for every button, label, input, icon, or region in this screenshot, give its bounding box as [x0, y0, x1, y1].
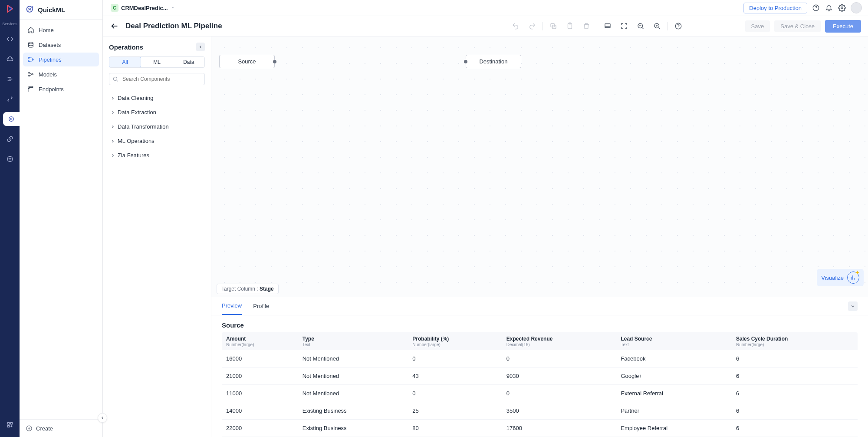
rail-item-chain[interactable]	[3, 132, 17, 146]
table-cell: 0	[502, 350, 617, 367]
visualize-icon: ✦	[847, 271, 859, 284]
svg-point-10	[28, 57, 30, 59]
column-header[interactable]: AmountNumber(large)	[222, 332, 298, 350]
target-column-pill: Target Column : Stage	[217, 284, 279, 294]
notification-icon[interactable]	[825, 3, 833, 12]
category-item[interactable]: Zia Features	[109, 149, 205, 161]
save-button[interactable]: Save	[745, 20, 770, 32]
table-cell: 16000	[222, 350, 298, 367]
filter-all[interactable]: All	[109, 56, 141, 68]
back-button[interactable]	[110, 21, 119, 31]
nav-models[interactable]: Models	[23, 67, 99, 81]
svg-point-13	[29, 72, 30, 73]
avatar[interactable]	[851, 2, 862, 13]
redo-button[interactable]	[526, 20, 538, 32]
brand-title: QuickML	[38, 6, 65, 13]
category-item[interactable]: Data Extraction	[109, 106, 205, 118]
zoom-out-button[interactable]	[635, 20, 647, 32]
table-row[interactable]: 16000Not Mentioned00Facebook6	[222, 350, 858, 367]
svg-point-15	[32, 74, 33, 75]
rail-item-code[interactable]	[3, 32, 17, 46]
quickml-icon	[26, 5, 34, 14]
category-item[interactable]: ML Operations	[109, 135, 205, 147]
tab-preview[interactable]: Preview	[222, 297, 242, 315]
fit-button[interactable]	[602, 20, 614, 32]
table-cell: 6	[732, 350, 858, 367]
chevron-right-icon	[111, 153, 115, 158]
nav-pipelines[interactable]: Pipelines	[23, 53, 99, 66]
panel-collapse-button[interactable]	[98, 413, 107, 423]
copy-button[interactable]	[547, 20, 559, 32]
rail-item-cloud[interactable]	[3, 52, 17, 66]
undo-button[interactable]	[510, 20, 522, 32]
zoom-in-button[interactable]	[651, 20, 663, 32]
column-header[interactable]: Probability (%)Number(large)	[408, 332, 502, 350]
pipeline-canvas[interactable]: Source Destination Target Column : Stage…	[211, 36, 868, 297]
category-label: Zia Features	[118, 152, 149, 159]
table-row[interactable]: 22000Existing Business8017600Employee Re…	[222, 420, 858, 437]
help-icon[interactable]	[812, 3, 820, 12]
operations-panel: Operations All ML Data Data CleaningData…	[103, 36, 211, 437]
sparkle-icon: ✦	[855, 269, 860, 276]
category-label: ML Operations	[118, 138, 155, 144]
page-title: Deal Prediction ML Pipeline	[125, 22, 222, 30]
ops-collapse-button[interactable]	[196, 43, 205, 51]
project-chip[interactable]: C CRMDealPredic...	[109, 3, 177, 13]
table-cell: 14000	[222, 402, 298, 420]
expand-results-button[interactable]	[848, 301, 858, 311]
visualize-button[interactable]: Visualize ✦	[817, 269, 864, 286]
table-row[interactable]: 21000Not Mentioned439030Google+6	[222, 367, 858, 385]
rail-item-zia[interactable]	[3, 72, 17, 86]
category-item[interactable]: Data Cleaning	[109, 92, 205, 104]
svg-point-18	[841, 7, 843, 9]
node-destination[interactable]: Destination	[466, 55, 521, 68]
category-item[interactable]: Data Transformation	[109, 121, 205, 132]
chevron-right-icon	[111, 125, 115, 129]
table-cell: Google+	[616, 367, 732, 385]
svg-rect-23	[605, 24, 610, 28]
table-row[interactable]: 11000Not Mentioned00External Referral6	[222, 385, 858, 402]
table-cell: 21000	[222, 367, 298, 385]
table-cell: 17600	[502, 420, 617, 437]
save-close-button[interactable]: Save & Close	[774, 20, 821, 32]
fullscreen-button[interactable]	[618, 20, 630, 32]
create-button[interactable]: Create	[20, 419, 102, 437]
nav-endpoints[interactable]: Endpoints	[23, 82, 99, 96]
port-in[interactable]	[464, 60, 467, 63]
node-label: Destination	[479, 58, 507, 65]
rail-item-integrations[interactable]	[3, 92, 17, 106]
category-label: Data Cleaning	[118, 95, 153, 101]
svg-point-1	[7, 156, 13, 162]
execute-button[interactable]: Execute	[825, 20, 861, 33]
rail-item-bot[interactable]	[3, 152, 17, 166]
deploy-button[interactable]: Deploy to Production	[743, 3, 807, 13]
nav-datasets[interactable]: Datasets	[23, 38, 99, 52]
chevron-right-icon	[111, 110, 115, 115]
column-header[interactable]: Expected RevenueDecimal(16)	[502, 332, 617, 350]
settings-icon[interactable]	[838, 3, 846, 12]
project-letter: C	[111, 4, 118, 12]
rail-item-apps[interactable]	[3, 418, 17, 432]
paste-button[interactable]	[564, 20, 576, 32]
delete-button[interactable]	[580, 20, 592, 32]
table-cell: Existing Business	[298, 402, 408, 420]
port-out[interactable]	[273, 60, 276, 63]
filter-data[interactable]: Data	[173, 57, 204, 67]
table-cell: 11000	[222, 385, 298, 402]
column-header[interactable]: Lead SourceText	[616, 332, 732, 350]
search-input[interactable]	[109, 73, 205, 85]
filter-ml[interactable]: ML	[141, 57, 172, 67]
column-header[interactable]: TypeText	[298, 332, 408, 350]
table-cell: Partner	[616, 402, 732, 420]
nav-home[interactable]: Home	[23, 23, 99, 37]
table-cell: Not Mentioned	[298, 350, 408, 367]
tab-profile[interactable]: Profile	[253, 298, 269, 315]
table-row[interactable]: 14000Existing Business253500Partner6	[222, 402, 858, 420]
table-cell: Existing Business	[298, 420, 408, 437]
table-cell: 25	[408, 402, 502, 420]
node-source[interactable]: Source	[219, 55, 275, 68]
table-cell: 6	[732, 420, 858, 437]
column-header[interactable]: Sales Cycle DurationNumber(large)	[732, 332, 858, 350]
toolbar-help-button[interactable]	[672, 20, 684, 32]
svg-point-12	[32, 59, 33, 60]
